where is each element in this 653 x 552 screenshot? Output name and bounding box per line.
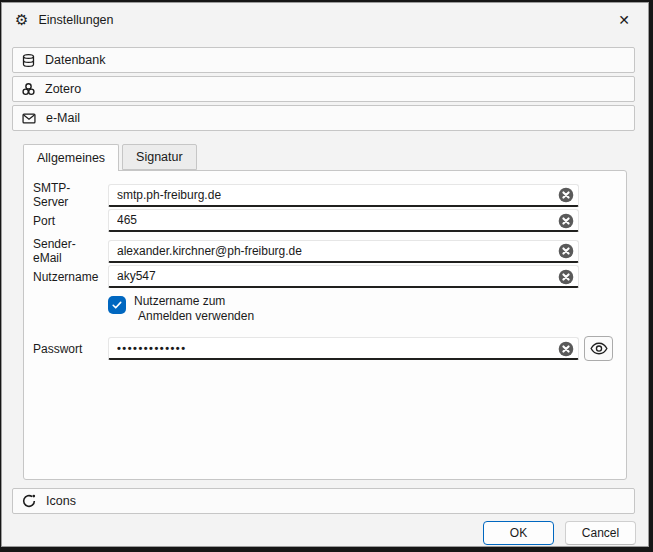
footer: OK Cancel (2, 521, 636, 545)
zotero-icon (21, 82, 36, 97)
section-label: e-Mail (46, 111, 80, 125)
section-zotero[interactable]: Zotero (12, 76, 635, 102)
clear-icon[interactable] (558, 187, 574, 203)
port-field-wrap (108, 209, 579, 232)
nutzername-input[interactable] (108, 265, 579, 288)
clear-icon[interactable] (558, 269, 574, 285)
mail-icon (21, 111, 37, 126)
smtp-server-input[interactable] (108, 184, 579, 207)
smtp-server-field-wrap (108, 184, 579, 207)
port-row: Port (33, 209, 618, 232)
section-label: Icons (46, 494, 76, 508)
clear-icon[interactable] (558, 341, 574, 357)
nutzername-row: Nutzername (33, 265, 618, 288)
window-title: Einstellungen (38, 13, 113, 27)
check-icon (111, 299, 123, 311)
passwort-input[interactable] (108, 337, 579, 360)
use-username-checkbox[interactable] (108, 296, 126, 314)
tab-signatur[interactable]: Signatur (122, 144, 197, 170)
email-tabs: Allgemeines Signatur (23, 144, 648, 170)
sender-email-input[interactable] (108, 240, 579, 263)
close-icon[interactable]: ✕ (613, 9, 635, 31)
nutzername-field-wrap (108, 265, 579, 288)
cancel-button[interactable]: Cancel (565, 521, 636, 545)
nutzername-label: Nutzername (33, 270, 103, 284)
title-bar: ⚙ Einstellungen ✕ (2, 3, 648, 36)
gear-icon: ⚙ (15, 12, 28, 27)
tab-allgemeines[interactable]: Allgemeines (23, 144, 119, 171)
port-label: Port (33, 214, 103, 228)
database-icon (21, 53, 36, 68)
passwort-field-wrap (108, 337, 579, 360)
section-label: Zotero (45, 82, 81, 96)
section-email[interactable]: e-Mail (12, 105, 635, 131)
settings-window: ⚙ Einstellungen ✕ Datenbank Zotero (1, 2, 649, 547)
ok-button[interactable]: OK (483, 521, 554, 545)
use-username-label: Nutzername zum Anmelden verwenden (134, 294, 254, 324)
clear-icon[interactable] (558, 213, 574, 229)
clear-icon[interactable] (558, 243, 574, 259)
sender-email-label: Sender-eMail (33, 237, 103, 265)
smtp-server-label: SMTP-Server (33, 181, 103, 209)
port-input[interactable] (108, 209, 579, 232)
use-username-row: Nutzername zum Anmelden verwenden (33, 294, 618, 324)
sender-email-field-wrap (108, 240, 579, 263)
email-general-panel: SMTP-Server Port Sender-eMail (23, 170, 627, 480)
passwort-row: Passwort (33, 336, 618, 359)
smtp-server-row: SMTP-Server (33, 181, 618, 204)
refresh-icon (21, 493, 37, 509)
section-label: Datenbank (45, 53, 105, 67)
show-password-button[interactable] (584, 336, 613, 361)
eye-icon (590, 341, 608, 356)
section-datenbank[interactable]: Datenbank (12, 47, 635, 73)
sender-email-row: Sender-eMail (33, 237, 618, 260)
passwort-label: Passwort (33, 342, 103, 356)
section-icons[interactable]: Icons (12, 488, 635, 514)
